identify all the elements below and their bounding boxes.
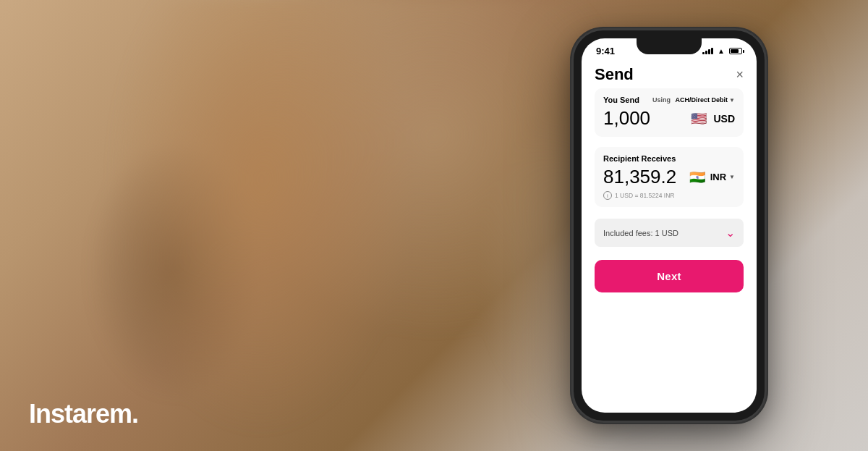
battery-fill <box>731 49 739 53</box>
status-bar: 9:41 ▲ <box>582 38 757 59</box>
battery-icon <box>729 48 742 54</box>
bar2 <box>705 51 707 54</box>
exchange-rate-text: 1 USD = 81.5224 INR <box>615 192 674 199</box>
bar3 <box>708 49 710 54</box>
fees-chevron-icon: ⌄ <box>726 226 735 240</box>
you-send-label: You Send <box>603 96 639 104</box>
signal-bars-icon <box>702 48 713 54</box>
you-send-currency: 🇺🇸 USD <box>689 109 735 129</box>
fees-label: Included fees: 1 USD <box>603 229 678 237</box>
payment-method-value: ACH/Direct Debit <box>676 96 728 104</box>
payment-method-label[interactable]: Using ACH/Direct Debit ▼ <box>652 96 735 104</box>
status-icons: ▲ <box>702 47 742 55</box>
wifi-icon: ▲ <box>718 47 725 55</box>
inr-currency-selector[interactable]: 🇮🇳 INR ▼ <box>687 167 735 187</box>
inr-chevron-icon: ▼ <box>729 174 735 180</box>
you-send-amount-row: 1,000 🇺🇸 USD <box>603 107 735 130</box>
recipient-amount-row: 81,359.2 🇮🇳 INR ▼ <box>603 166 735 188</box>
inr-code: INR <box>710 172 726 182</box>
you-send-section: You Send Using ACH/Direct Debit ▼ 1,000 <box>595 88 744 137</box>
bar4 <box>711 48 713 54</box>
phone-wrapper: 9:41 ▲ Send × <box>564 22 774 429</box>
logo-text: Instarem. <box>29 399 138 429</box>
exchange-rate-row: i 1 USD = 81.5224 INR <box>603 191 735 200</box>
payment-chevron-icon: ▼ <box>729 97 735 104</box>
app-content: You Send Using ACH/Direct Debit ▼ 1,000 <box>582 88 757 413</box>
status-time: 9:41 <box>596 46 615 56</box>
app-header: Send × <box>582 59 757 88</box>
phone-device: 9:41 ▲ Send × <box>571 28 767 423</box>
usd-flag: 🇺🇸 <box>689 109 709 129</box>
app-title: Send <box>595 65 634 84</box>
inr-flag: 🇮🇳 <box>687 167 707 187</box>
fees-section[interactable]: Included fees: 1 USD ⌄ <box>595 219 744 247</box>
instarem-logo: Instarem. <box>29 399 138 429</box>
recipient-label: Recipient Receives <box>603 154 735 163</box>
close-button[interactable]: × <box>736 67 744 83</box>
usd-flag-emoji: 🇺🇸 <box>691 111 707 127</box>
you-send-amount: 1,000 <box>603 107 650 130</box>
using-text: Using <box>652 96 671 104</box>
info-icon: i <box>603 191 612 200</box>
usd-code: USD <box>713 113 735 125</box>
you-send-label-row: You Send Using ACH/Direct Debit ▼ <box>603 96 735 104</box>
bar1 <box>702 52 705 54</box>
next-button[interactable]: Next <box>595 260 744 292</box>
inr-flag-emoji: 🇮🇳 <box>689 169 705 185</box>
recipient-amount: 81,359.2 <box>603 166 676 188</box>
phone-screen: 9:41 ▲ Send × <box>582 38 757 413</box>
recipient-section: Recipient Receives 81,359.2 🇮🇳 INR ▼ i <box>595 147 744 207</box>
